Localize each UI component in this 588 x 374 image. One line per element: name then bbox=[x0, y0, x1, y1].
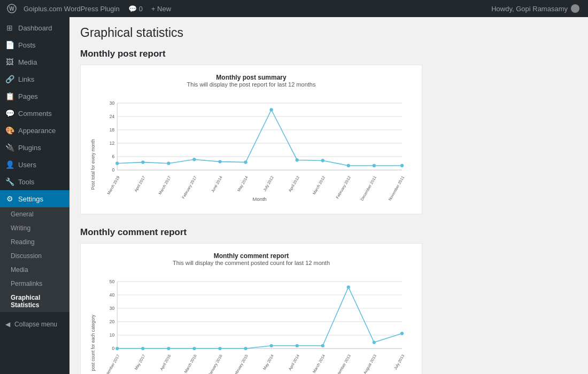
svg-text:April 2016: April 2016 bbox=[159, 354, 172, 371]
svg-text:March 2019: March 2019 bbox=[106, 175, 120, 196]
comments-count[interactable]: 💬 0 bbox=[124, 5, 147, 13]
submenu-item-discussion[interactable]: Discussion bbox=[0, 249, 69, 263]
sidebar-item-users[interactable]: 👤 Users bbox=[0, 156, 69, 173]
svg-text:24: 24 bbox=[110, 114, 115, 119]
svg-text:September 2017: September 2017 bbox=[102, 354, 121, 374]
comment-icon: 💬 bbox=[128, 5, 137, 13]
svg-point-23 bbox=[296, 158, 299, 161]
comments-icon: 💬 bbox=[5, 109, 14, 118]
wp-logo[interactable]: W bbox=[4, 0, 19, 17]
comment-chart-container: Monthly comment report This will display… bbox=[80, 243, 422, 374]
svg-text:March 2017: March 2017 bbox=[158, 175, 172, 196]
avatar bbox=[571, 4, 579, 13]
submenu-item-reading[interactable]: Reading bbox=[0, 235, 69, 249]
new-button[interactable]: + New bbox=[147, 5, 175, 13]
post-x-label: Month bbox=[253, 196, 267, 202]
svg-point-16 bbox=[115, 162, 119, 165]
sidebar-item-links[interactable]: 🔗 Links bbox=[0, 71, 69, 88]
svg-point-18 bbox=[167, 162, 170, 165]
post-chart-svg: Post total for every month 30 24 18 12 6… bbox=[89, 92, 413, 204]
svg-text:July 2012: July 2012 bbox=[262, 175, 274, 192]
settings-submenu: General Writing Reading Discussion Media… bbox=[0, 207, 69, 312]
comment-chart-title: Monthly comment report bbox=[89, 252, 413, 260]
svg-text:10: 10 bbox=[110, 332, 115, 338]
media-icon: 🖼 bbox=[5, 58, 14, 66]
svg-text:W: W bbox=[9, 6, 14, 12]
comment-y-axis-label: post count for each category bbox=[90, 314, 96, 371]
svg-text:20: 20 bbox=[110, 319, 115, 324]
svg-text:March 2014: March 2014 bbox=[312, 354, 326, 374]
collapse-label: Collapse menu bbox=[14, 321, 57, 328]
svg-point-57 bbox=[192, 347, 196, 350]
submenu-item-general[interactable]: General bbox=[0, 207, 69, 221]
submenu-item-media[interactable]: Media bbox=[0, 263, 69, 277]
svg-text:May 2017: May 2017 bbox=[134, 354, 146, 371]
svg-text:40: 40 bbox=[110, 292, 115, 298]
svg-point-64 bbox=[373, 341, 376, 344]
sidebar-item-tools[interactable]: 🔧 Tools bbox=[0, 173, 69, 190]
svg-point-21 bbox=[244, 161, 247, 164]
svg-text:18: 18 bbox=[110, 127, 115, 133]
pages-label: Pages bbox=[18, 92, 38, 100]
svg-point-54 bbox=[115, 347, 119, 350]
submenu-item-writing[interactable]: Writing bbox=[0, 221, 69, 235]
links-label: Links bbox=[18, 75, 34, 83]
posts-icon: 📄 bbox=[5, 41, 14, 49]
appearance-icon: 🎨 bbox=[5, 126, 14, 135]
svg-point-58 bbox=[218, 347, 221, 350]
collapse-icon: ◀ bbox=[5, 321, 10, 328]
svg-text:0: 0 bbox=[112, 346, 114, 351]
post-chart-container: Monthly post summary This will display t… bbox=[80, 65, 422, 214]
svg-text:February 2017: February 2017 bbox=[181, 175, 198, 200]
sidebar-item-pages[interactable]: 📋 Pages bbox=[0, 88, 69, 105]
sidebar-item-comments[interactable]: 💬 Comments bbox=[0, 105, 69, 122]
svg-text:November 2011: November 2011 bbox=[388, 175, 406, 201]
svg-point-62 bbox=[321, 344, 324, 347]
svg-text:January 2016: January 2016 bbox=[207, 354, 223, 374]
svg-text:July 2013: July 2013 bbox=[393, 354, 405, 371]
svg-text:12: 12 bbox=[110, 141, 115, 146]
svg-text:0: 0 bbox=[112, 167, 114, 173]
site-name[interactable]: Goiplus.com WordPress Plugin bbox=[19, 5, 124, 13]
sidebar-item-posts[interactable]: 📄 Posts bbox=[0, 36, 69, 53]
svg-point-27 bbox=[400, 164, 404, 167]
tools-icon: 🔧 bbox=[5, 177, 14, 186]
links-icon: 🔗 bbox=[5, 75, 14, 83]
sidebar-item-plugins[interactable]: 🔌 Plugins bbox=[0, 139, 69, 156]
svg-text:December 2011: December 2011 bbox=[359, 175, 377, 201]
svg-text:April 2017: April 2017 bbox=[133, 175, 146, 193]
main-content: Graphical statistics Monthly post report… bbox=[69, 17, 588, 374]
sidebar-item-dashboard[interactable]: ⊞ Dashboard bbox=[0, 19, 69, 36]
submenu-item-permalinks[interactable]: Permalinks bbox=[0, 277, 69, 291]
posts-label: Posts bbox=[18, 41, 36, 49]
svg-point-65 bbox=[400, 332, 404, 335]
collapse-menu-button[interactable]: ◀ Collapse menu bbox=[0, 316, 69, 332]
sidebar-item-settings[interactable]: ⚙ Settings bbox=[0, 190, 69, 207]
post-report-title: Monthly post report bbox=[80, 49, 577, 59]
svg-text:30: 30 bbox=[110, 306, 115, 311]
plugins-label: Plugins bbox=[18, 144, 41, 152]
sidebar-item-appearance[interactable]: 🎨 Appearance bbox=[0, 122, 69, 139]
svg-text:February 2012: February 2012 bbox=[335, 175, 352, 200]
post-y-axis-label: Post total for every month bbox=[90, 139, 96, 190]
svg-point-55 bbox=[141, 347, 144, 350]
svg-text:September 2013: September 2013 bbox=[333, 354, 352, 374]
svg-text:May 2014: May 2014 bbox=[262, 354, 275, 371]
comment-report-title: Monthly comment report bbox=[80, 227, 577, 238]
users-icon: 👤 bbox=[5, 160, 14, 169]
svg-text:30: 30 bbox=[110, 100, 115, 106]
sidebar-item-media[interactable]: 🖼 Media bbox=[0, 53, 69, 71]
settings-icon: ⚙ bbox=[5, 194, 14, 203]
svg-text:March 2012: March 2012 bbox=[312, 175, 326, 196]
svg-point-19 bbox=[192, 158, 196, 161]
submenu-item-graphical-statistics[interactable]: Graphical Statistics bbox=[0, 291, 69, 312]
svg-text:April 2014: April 2014 bbox=[288, 354, 300, 371]
svg-point-61 bbox=[296, 344, 299, 347]
post-chart-subtitle: This will display the post report for la… bbox=[89, 81, 413, 88]
page-title: Graphical statistics bbox=[80, 26, 577, 40]
post-chart-header: Monthly post summary This will display t… bbox=[89, 74, 413, 88]
svg-text:6: 6 bbox=[112, 154, 114, 159]
pages-icon: 📋 bbox=[5, 92, 14, 100]
svg-point-60 bbox=[269, 344, 273, 347]
svg-point-22 bbox=[269, 108, 273, 111]
